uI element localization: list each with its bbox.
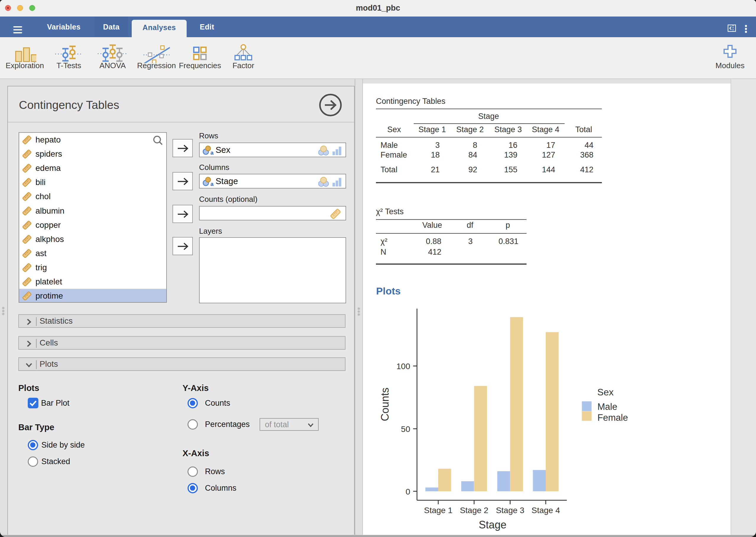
svg-text:a: a (210, 149, 213, 155)
svg-text:50: 50 (401, 425, 410, 434)
svg-text:a: a (210, 181, 213, 187)
svg-text:Counts: Counts (379, 388, 391, 421)
svg-text:Stage 1: Stage 1 (424, 506, 452, 515)
svg-text:Sex: Sex (597, 387, 613, 397)
svg-text:Stage 2: Stage 2 (460, 506, 488, 515)
svg-text:Male: Male (598, 401, 617, 412)
svg-text:Female: Female (598, 412, 628, 423)
svg-text:Stage: Stage (479, 519, 507, 531)
svg-text:Stage 4: Stage 4 (531, 506, 560, 515)
svg-text:Stage 3: Stage 3 (496, 506, 524, 515)
svg-text:100: 100 (396, 362, 410, 371)
svg-text:0: 0 (406, 487, 410, 496)
